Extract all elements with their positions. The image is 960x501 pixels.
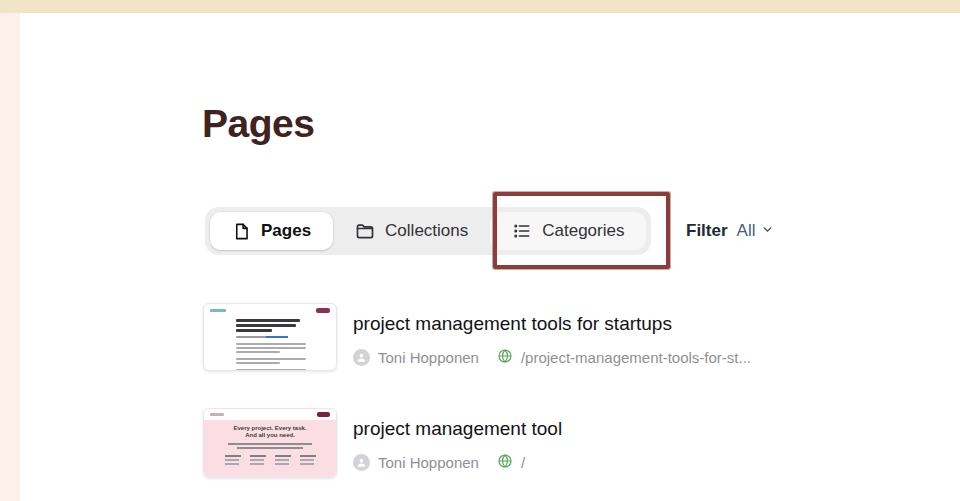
thumb-link-line <box>236 336 288 338</box>
thumb-column <box>300 455 316 467</box>
thumb-column <box>225 455 241 467</box>
thumb-text-line <box>236 329 272 332</box>
thumb-text-line <box>225 455 241 457</box>
screen: Pages Pages Collections <box>0 0 960 501</box>
thumb-text-line <box>250 463 264 465</box>
page-item-title[interactable]: project management tool <box>353 417 562 441</box>
thumb-text-line <box>275 455 291 457</box>
document-icon <box>232 222 251 241</box>
chevron-down-icon <box>761 221 774 241</box>
thumb-text-line <box>228 443 312 445</box>
tab-label: Collections <box>385 221 468 241</box>
thumbnail-navbar <box>204 304 336 314</box>
page-list-item: Every project. Every task. And all you n… <box>203 408 562 478</box>
thumb-text-line <box>236 347 306 349</box>
person-icon <box>353 454 370 471</box>
thumbnail-content: Every project. Every task. And all you n… <box>204 420 336 478</box>
thumb-text-line <box>236 369 306 371</box>
thumb-column <box>250 455 266 467</box>
tab-categories[interactable]: Categories <box>490 212 646 250</box>
thumbnail-heading: Every project. Every task. And all you n… <box>232 425 308 439</box>
page-path[interactable]: / <box>521 454 525 471</box>
thumb-text-line <box>275 459 289 461</box>
thumb-text-line <box>300 463 314 465</box>
filter-bar: Filter All <box>686 218 774 244</box>
page-list-item: project management tools for startups To… <box>203 303 751 371</box>
thumbnail-logo <box>210 309 226 312</box>
thumbnail-logo <box>210 413 224 416</box>
thumb-text-line <box>225 459 239 461</box>
filter-label: Filter <box>686 221 728 241</box>
tab-label: Categories <box>542 221 624 241</box>
thumb-text-line <box>250 455 266 457</box>
filter-value: All <box>737 221 756 241</box>
person-icon <box>353 349 370 366</box>
thumb-text-line <box>300 455 316 457</box>
top-strip <box>0 0 960 13</box>
thumb-text-line <box>236 343 306 345</box>
globe-icon <box>497 453 513 472</box>
thumbnail-button <box>317 412 330 417</box>
thumb-text-line <box>250 459 264 461</box>
thumb-text-line <box>236 362 280 364</box>
thumb-text-line <box>236 324 296 327</box>
left-strip <box>0 13 20 501</box>
tab-collections[interactable]: Collections <box>333 212 490 250</box>
thumb-text-line <box>236 319 300 322</box>
page-item-meta: Toni Hopponen / <box>353 453 562 472</box>
tab-pages[interactable]: Pages <box>210 212 333 250</box>
page-thumbnail[interactable]: Every project. Every task. And all you n… <box>203 408 337 478</box>
author-name: Toni Hopponen <box>378 454 479 471</box>
folder-icon <box>355 221 375 241</box>
thumb-text-line <box>300 459 314 461</box>
page-item-meta: Toni Hopponen /project-management-tools-… <box>353 348 751 367</box>
thumb-text-line <box>236 351 280 353</box>
thumb-text-line <box>237 447 303 449</box>
thumb-column <box>275 455 291 467</box>
thumbnail-button <box>316 308 330 313</box>
filter-dropdown[interactable]: All <box>737 221 775 241</box>
globe-icon <box>497 348 513 367</box>
page-item-title[interactable]: project management tools for startups <box>353 312 751 336</box>
page-item-info: project management tools for startups To… <box>353 303 751 371</box>
thumb-text-line <box>225 463 239 465</box>
page-path[interactable]: /project-management-tools-for-st... <box>521 349 751 366</box>
author-name: Toni Hopponen <box>378 349 479 366</box>
thumbnail-columns <box>204 455 336 467</box>
list-icon <box>512 221 532 241</box>
page-title: Pages <box>202 100 314 148</box>
thumbnail-navbar <box>204 409 336 420</box>
tab-label: Pages <box>261 221 311 241</box>
thumb-text-line <box>236 358 306 360</box>
thumbnail-content <box>204 314 336 371</box>
view-tabs: Pages Collections Categories <box>205 207 651 255</box>
page-thumbnail[interactable] <box>203 303 337 371</box>
thumb-text-line <box>275 463 289 465</box>
page-item-info: project management tool Toni Hopponen / <box>353 408 562 478</box>
